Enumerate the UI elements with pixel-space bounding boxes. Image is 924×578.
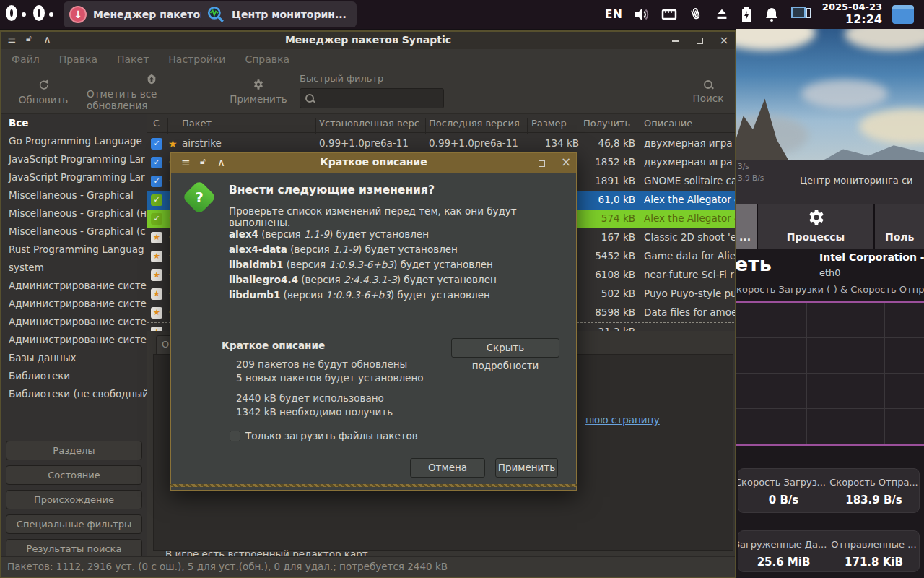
launcher-icon[interactable] (4, 4, 26, 25)
gridline (884, 303, 885, 444)
col-download[interactable]: Получить (583, 118, 630, 129)
close-button[interactable]: × (559, 156, 572, 168)
hide-details-button[interactable]: Скрыть подробности (451, 338, 559, 358)
minimize-button[interactable] (668, 35, 681, 46)
sidebar-item[interactable]: Администрирование систе (1, 295, 147, 313)
tab-users[interactable]: Поль (875, 204, 924, 249)
monitor-header: 3/s 3.9 B/s Центр мониторинга си (736, 160, 924, 204)
menu-edit[interactable]: Правка (59, 53, 97, 65)
col-installed[interactable]: Установленная верс (319, 118, 419, 129)
tab-processes[interactable]: Процессы (758, 204, 873, 249)
system-tray: EN (605, 0, 914, 29)
status-checkbox[interactable]: ✓ (151, 138, 162, 150)
download-size: 46,8 kB (580, 137, 635, 149)
download-size: 61,0 kB (580, 194, 635, 205)
quick-filter-label: Быстрый фильтр (300, 73, 383, 84)
sidebar-item[interactable]: Администрирование систе (1, 313, 147, 331)
col-size[interactable]: Размер (531, 118, 567, 129)
status-checkbox[interactable]: ✓ (151, 157, 162, 168)
table-row[interactable]: ✓ ★ airstrike 0.99+1.0pre6a-11 0.99+1.0p… (147, 134, 736, 152)
menu-settings[interactable]: Настройки (168, 53, 225, 65)
uploaded-data-label: Отправленные ... (829, 537, 919, 550)
search-button[interactable]: Поиск (684, 72, 732, 112)
question-mark: ? (187, 185, 212, 210)
gridline (736, 408, 924, 409)
notifications-bell-icon[interactable] (763, 6, 780, 23)
dialog-bottom-border (170, 484, 578, 487)
description: Game data for Alie (644, 250, 736, 262)
displays-icon[interactable] (790, 5, 812, 24)
apply-button[interactable]: Применить (495, 458, 558, 478)
menu-file[interactable]: Файл (12, 53, 40, 65)
sidebar-item[interactable]: Библиотеки (1, 367, 147, 385)
origin-button[interactable]: Происхождение (6, 490, 142, 509)
download-only-label: Только загрузить файлы пакетов (245, 430, 418, 441)
maximize-button[interactable] (535, 158, 548, 169)
sidebar-item[interactable]: Miscellaneous - Graphical (1, 186, 147, 204)
col-package[interactable]: Пакет (182, 118, 212, 129)
eject-icon[interactable] (714, 7, 730, 22)
table-header: С Пакет Установленная верс Последняя вер… (147, 114, 736, 133)
col-status[interactable]: С (153, 118, 160, 129)
quick-filter-input[interactable] (300, 88, 444, 108)
downloaded-data-value: 25.6 MiB (738, 556, 829, 569)
clock[interactable]: 2025-04-23 12:24 (822, 2, 882, 26)
network-section-title: Сеть (736, 253, 794, 280)
sidebar-item[interactable]: Miscellaneous - Graphical (с (1, 223, 147, 241)
sidebar-item[interactable]: Администрирование систе (1, 277, 147, 295)
status-checkbox[interactable]: ✓ (151, 213, 162, 225)
sidebar-item[interactable]: Библиотеки (не свободный (1, 385, 147, 403)
col-latest[interactable]: Последняя версия (429, 118, 520, 129)
cancel-button[interactable]: Отмена (410, 458, 485, 478)
search-results-button[interactable]: Результаты поиска (6, 539, 142, 558)
battery-icon[interactable] (740, 6, 753, 23)
sidebar-item[interactable]: JavaScript Programming Lar (1, 168, 147, 186)
chart-title: Скорость Загрузки (-) & Скорость Отправк… (736, 284, 924, 297)
close-button[interactable]: × (718, 35, 731, 46)
sidebar-item[interactable]: Rust Programming Languag (1, 241, 147, 259)
synaptic-titlebar: ≡ 🔓︎ ∧ Менеджер пакетов Synaptic × (1, 32, 735, 49)
menu-package[interactable]: Пакет (117, 53, 149, 65)
sidebar-item[interactable]: JavaScript Programming Lar (1, 150, 147, 168)
homepage-link[interactable]: нюю страницу (585, 414, 660, 426)
status-checkbox[interactable]: ★ (151, 288, 162, 300)
totals-card: Загруженные Да... 25.6 MiB Отправленные … (738, 530, 920, 572)
keyboard-layout[interactable]: EN (605, 8, 623, 21)
custom-filters-button[interactable]: Специальные фильтры (6, 514, 142, 534)
status-checkbox[interactable]: ✓ (151, 194, 162, 206)
sidebar-item[interactable]: Базы данных (1, 349, 147, 367)
status-checkbox[interactable]: ★ (151, 232, 162, 243)
description: Alex the Allegator 4 (644, 194, 736, 205)
status-checkbox[interactable]: ✓ (151, 176, 162, 187)
sidebar-item[interactable]: Go Programming Language (1, 132, 147, 150)
taskbar-app-monitor[interactable]: Центр мониторин... (201, 1, 357, 27)
change-item: alex4-data (версия 1.1-9) будет установл… (229, 243, 458, 255)
apply-button[interactable]: Применить (225, 72, 292, 112)
launcher-icon[interactable] (32, 4, 53, 25)
size: 134 kB (494, 137, 579, 149)
status-checkbox[interactable]: ★ (151, 251, 162, 262)
show-desktop-button[interactable] (892, 5, 914, 24)
clipboard-icon[interactable] (685, 4, 706, 25)
network-icon[interactable] (661, 7, 678, 22)
status-button[interactable]: Состояние (6, 465, 142, 485)
download-size: 574 kB (580, 212, 635, 224)
refresh-icon (38, 79, 50, 91)
sidebar-item[interactable]: Администрирование систе (1, 331, 147, 349)
refresh-button[interactable]: Обновить (16, 72, 71, 112)
col-description[interactable]: Описание (644, 118, 692, 129)
desktop: 3/s 3.9 B/s Центр мониторинга си ... Про… (0, 0, 924, 578)
sections-button[interactable]: Разделы (6, 441, 142, 460)
volume-icon[interactable] (633, 6, 650, 23)
supported-star-icon: ★ (168, 138, 178, 150)
menu-help[interactable]: Справка (245, 53, 289, 65)
maximize-button[interactable] (693, 35, 706, 46)
status-checkbox[interactable]: ★ (151, 269, 162, 281)
sidebar-item[interactable]: Все (1, 114, 147, 132)
download-only-checkbox[interactable] (230, 431, 240, 441)
mark-all-upgrades-button[interactable]: Отметить все обновления (87, 72, 217, 112)
sidebar-item[interactable]: system (1, 259, 147, 277)
status-checkbox[interactable]: ★ (151, 307, 162, 319)
sidebar-item[interactable]: Miscellaneous - Graphical (н (1, 204, 147, 223)
tab-truncated[interactable]: ... (736, 204, 757, 249)
